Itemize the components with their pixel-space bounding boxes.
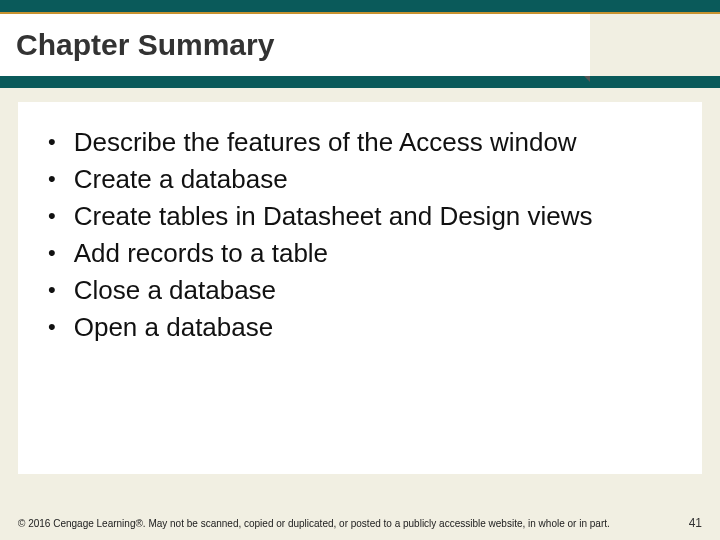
list-item: Add records to a table (48, 235, 672, 272)
title-strip: Chapter Summary (0, 14, 590, 76)
page-number: 41 (689, 516, 702, 530)
list-item: Describe the features of the Access wind… (48, 124, 672, 161)
content-card: Describe the features of the Access wind… (18, 102, 702, 474)
list-item-text: Describe the features of the Access wind… (74, 124, 577, 161)
footer: © 2016 Cengage Learning®. May not be sca… (18, 516, 702, 530)
summary-list: Describe the features of the Access wind… (48, 124, 672, 345)
list-item-text: Open a database (74, 309, 274, 346)
list-item: Close a database (48, 272, 672, 309)
list-item: Open a database (48, 309, 672, 346)
list-item-text: Create a database (74, 161, 288, 198)
under-accent-bar (0, 76, 720, 88)
list-item-text: Add records to a table (74, 235, 328, 272)
copyright-text: © 2016 Cengage Learning®. May not be sca… (18, 518, 610, 529)
list-item: Create tables in Datasheet and Design vi… (48, 198, 672, 235)
page-title: Chapter Summary (16, 28, 274, 62)
list-item-text: Close a database (74, 272, 276, 309)
list-item-text: Create tables in Datasheet and Design vi… (74, 198, 593, 235)
top-accent-bar (0, 0, 720, 14)
list-item: Create a database (48, 161, 672, 198)
